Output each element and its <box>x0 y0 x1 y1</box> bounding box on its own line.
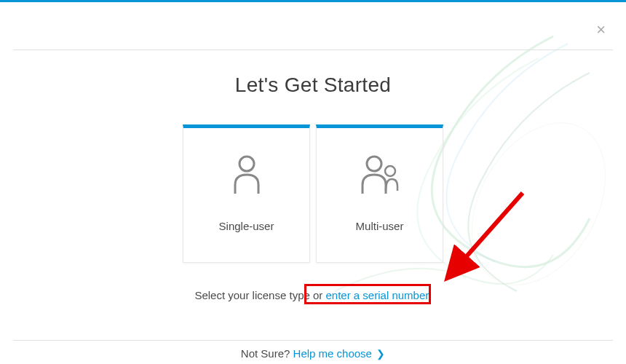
license-type-cards: Single-user Multi-user <box>183 124 443 263</box>
multi-user-card[interactable]: Multi-user <box>316 124 443 263</box>
prompt-text-before: Select your license type or <box>194 289 325 301</box>
close-icon: × <box>596 20 606 39</box>
divider-bottom <box>13 340 613 341</box>
svg-point-1 <box>239 157 254 171</box>
help-me-choose-link[interactable]: Help me choose <box>293 347 372 360</box>
page-title: Let's Get Started <box>235 74 391 97</box>
license-prompt: Select your license type or enter a seri… <box>194 289 431 301</box>
single-user-label: Single-user <box>219 220 274 232</box>
footer: Not Sure? Help me choose ❯ <box>0 347 626 364</box>
single-user-card[interactable]: Single-user <box>183 124 310 263</box>
enter-serial-link[interactable]: enter a serial number <box>326 289 429 301</box>
main-content: Let's Get Started Single-user Multi-us <box>0 50 626 301</box>
chevron-right-icon: ❯ <box>376 348 385 360</box>
svg-point-2 <box>367 157 381 171</box>
close-button[interactable]: × <box>596 22 606 38</box>
single-user-icon <box>232 153 261 197</box>
footer-text: Not Sure? <box>241 347 293 360</box>
prompt-text-after: . <box>428 289 431 301</box>
window-top-accent <box>0 0 626 2</box>
multi-user-icon <box>360 153 400 197</box>
multi-user-label: Multi-user <box>356 220 404 232</box>
svg-point-3 <box>385 166 395 176</box>
